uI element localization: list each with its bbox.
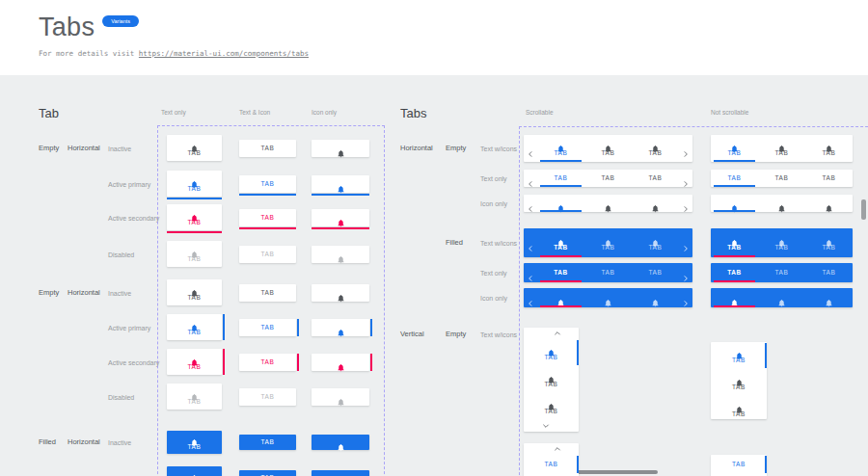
tab[interactable] [711,288,758,307]
tab[interactable]: TAB [167,241,222,267]
scroll-down-icon[interactable] [548,422,556,430]
scroll-left-icon[interactable] [527,269,534,277]
tab[interactable]: TAB [758,135,805,162]
scroll-up-icon[interactable] [548,445,556,453]
tab[interactable]: TAB [239,354,296,371]
tab[interactable]: TAB [711,228,758,257]
scroll-up-button[interactable] [524,328,579,339]
scroll-right-icon[interactable] [682,174,690,182]
tab-label: TAB [188,220,202,226]
tab[interactable]: TAB [758,263,805,282]
tab[interactable]: TAB [239,388,296,406]
tab[interactable]: TAB [167,466,222,476]
tab[interactable] [312,470,369,476]
scroll-up-button[interactable] [524,443,579,455]
tab-bar: TABTABTAB [524,263,692,282]
tab[interactable] [312,388,369,406]
scroll-left-icon[interactable] [527,294,534,302]
tab[interactable] [711,195,758,212]
tab[interactable]: TAB [632,228,679,257]
tab[interactable]: TAB [584,135,632,162]
tab[interactable] [312,246,369,263]
tab[interactable]: TAB [711,170,758,187]
tab[interactable]: TAB [805,135,853,162]
tab[interactable]: TAB [537,228,584,257]
scroll-up-icon[interactable] [548,330,556,337]
tab[interactable]: TAB [167,279,222,305]
tab[interactable]: TAB [167,383,222,410]
tab[interactable]: TAB [537,170,584,187]
scroll-left-icon[interactable] [527,174,534,182]
tab[interactable]: TAB [167,204,222,230]
tab[interactable]: TAB [537,135,584,162]
tab[interactable]: TAB [167,431,222,454]
tab[interactable]: TAB [524,455,579,474]
scroll-left-icon[interactable] [527,145,534,152]
tab[interactable]: TAB [537,263,584,282]
scroll-right-icon[interactable] [682,145,690,152]
tab[interactable]: TAB [239,435,296,450]
tab[interactable]: TAB [584,228,632,257]
tab[interactable] [805,288,853,307]
scroll-right-icon[interactable] [682,199,690,207]
tab[interactable]: TAB [758,170,805,187]
column-header: Text & Icon [239,110,270,117]
tab[interactable]: TAB [805,263,853,282]
scroll-left-icon[interactable] [527,239,534,247]
tab[interactable] [584,195,632,212]
scroll-right-icon[interactable] [682,239,690,247]
tab[interactable] [312,354,369,371]
scroll-left-icon[interactable] [527,199,534,207]
active-indicator [312,227,369,229]
tab[interactable]: TAB [239,284,296,302]
scroll-down-button[interactable] [524,420,579,432]
tab[interactable] [312,319,369,336]
tab[interactable] [584,288,632,307]
tab[interactable] [312,435,369,450]
tab[interactable]: TAB [711,135,758,162]
tab[interactable]: TAB [239,319,296,336]
tab[interactable]: TAB [584,263,632,282]
tab[interactable]: TAB [711,263,758,282]
tab[interactable]: TAB [632,263,679,282]
scroll-right-icon[interactable] [682,294,690,302]
tab[interactable]: TAB [167,135,222,161]
tab[interactable] [632,195,679,212]
tab[interactable] [758,288,805,307]
tab[interactable]: TAB [524,393,579,420]
tab[interactable] [312,140,369,157]
tab[interactable]: TAB [632,135,679,162]
tab[interactable]: TAB [632,170,679,187]
tab[interactable] [805,195,853,212]
tab[interactable] [312,175,369,193]
tab[interactable] [537,195,584,212]
tab[interactable]: TAB [524,366,579,393]
tab[interactable]: TAB [524,339,579,366]
tab[interactable] [537,288,584,307]
tab[interactable]: TAB [167,171,222,197]
tab[interactable] [758,195,805,212]
tab[interactable]: TAB [711,369,767,396]
tab-bar: TABTABTAB [711,170,853,187]
vertical-scrollbar-thumb[interactable] [861,199,866,220]
tab[interactable]: TAB [805,228,853,257]
tab[interactable]: TAB [758,228,805,257]
tab[interactable]: TAB [167,349,222,375]
tab[interactable]: TAB [584,170,632,187]
scroll-right-icon[interactable] [682,269,690,277]
tab[interactable]: TAB [239,470,296,476]
tab[interactable] [632,288,679,307]
docs-link[interactable]: https://material-ui.com/components/tabs [139,49,309,58]
tab[interactable]: TAB [239,140,296,157]
tab[interactable]: TAB [239,209,296,226]
tab[interactable] [312,284,369,302]
tab[interactable]: TAB [711,342,767,369]
tab[interactable]: TAB [239,246,296,263]
tab[interactable]: TAB [711,396,767,423]
tab[interactable] [312,209,369,226]
tab[interactable]: TAB [805,170,853,187]
vertical-tab-bar: TAB [524,443,579,476]
tab[interactable]: TAB [167,314,222,340]
tab[interactable]: TAB [239,175,296,193]
tab[interactable]: TAB [711,455,767,474]
